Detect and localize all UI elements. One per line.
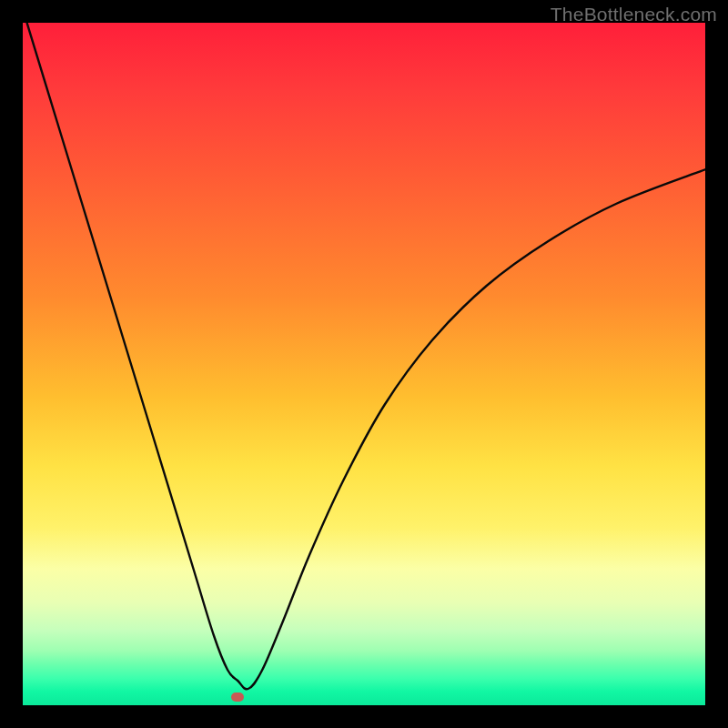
- plot-area: [23, 23, 705, 705]
- curve-layer: [23, 23, 705, 705]
- bottleneck-curve: [23, 23, 705, 689]
- chart-container: TheBottleneck.com: [0, 0, 728, 728]
- highlight-marker: [231, 693, 244, 702]
